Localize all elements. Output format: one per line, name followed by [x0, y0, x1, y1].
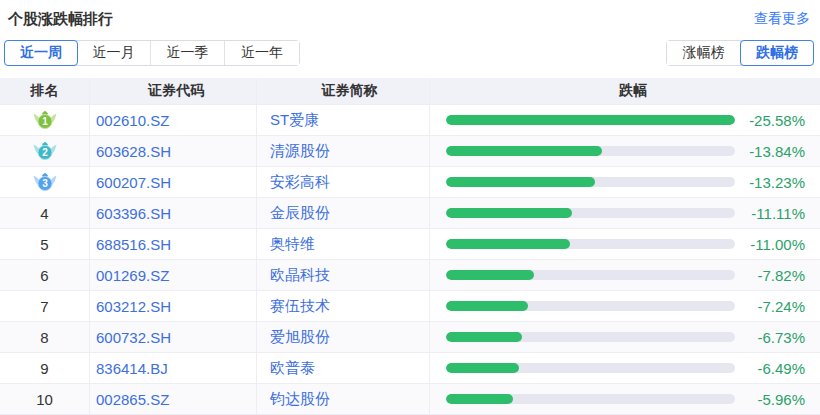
- rank-3-medal-icon: 3: [31, 172, 59, 192]
- name-cell: 金辰股份: [257, 198, 430, 228]
- change-bar-cell: -11.11%: [430, 198, 820, 228]
- stock-code-link[interactable]: 603212.SH: [96, 298, 171, 315]
- rank-cell: 10: [0, 384, 90, 414]
- name-cell: 安彩高科: [257, 167, 430, 197]
- rank-cell: 5: [0, 229, 90, 259]
- table-row: 4603396.SH金辰股份-11.11%: [0, 198, 820, 229]
- rank-2-medal-icon: 2: [31, 141, 59, 161]
- stock-code-link[interactable]: 688516.SH: [96, 236, 171, 253]
- bar-fill: [446, 115, 735, 125]
- stock-name-link[interactable]: 金辰股份: [270, 204, 330, 223]
- board-tab-losers[interactable]: 跌幅榜: [740, 40, 814, 66]
- change-percent-value: -6.49%: [735, 360, 820, 377]
- column-header-2: 证券简称: [257, 78, 430, 104]
- ranking-table: 排名证券代码证券简称跌幅 1002610.SZST爱康-25.58%260362…: [0, 78, 820, 415]
- change-bar-cell: -13.23%: [430, 167, 820, 197]
- bar-track: [446, 177, 735, 187]
- rank-number: 7: [40, 298, 48, 315]
- svg-text:1: 1: [42, 116, 48, 127]
- svg-text:2: 2: [42, 147, 48, 158]
- change-percent-value: -11.11%: [735, 205, 820, 222]
- stock-name-link[interactable]: 钧达股份: [270, 390, 330, 409]
- stock-code-link[interactable]: 001269.SZ: [96, 267, 169, 284]
- code-cell: 600732.SH: [90, 322, 257, 352]
- bar-fill: [446, 239, 570, 249]
- stock-name-link[interactable]: 爱旭股份: [270, 328, 330, 347]
- stock-name-link[interactable]: 清源股份: [270, 142, 330, 161]
- table-row: 1002610.SZST爱康-25.58%: [0, 105, 820, 136]
- change-percent-value: -7.82%: [735, 267, 820, 284]
- stock-code-link[interactable]: 600207.SH: [96, 174, 171, 191]
- rank-number: 9: [40, 360, 48, 377]
- period-tab-month[interactable]: 近一月: [77, 41, 151, 65]
- name-cell: 清源股份: [257, 136, 430, 166]
- stock-name-link[interactable]: 欧晶科技: [270, 266, 330, 285]
- period-tab-year[interactable]: 近一年: [225, 41, 299, 65]
- period-tab-group: 近一周近一月近一季近一年: [4, 40, 300, 66]
- bar-track: [446, 115, 735, 125]
- table-row: 10002865.SZ钧达股份-5.96%: [0, 384, 820, 415]
- table-row: 3600207.SH安彩高科-13.23%: [0, 167, 820, 198]
- bar-fill: [446, 146, 602, 156]
- table-row: 5688516.SH奥特维-11.00%: [0, 229, 820, 260]
- code-cell: 603212.SH: [90, 291, 257, 321]
- rank-cell: 6: [0, 260, 90, 290]
- rank-cell: 4: [0, 198, 90, 228]
- stock-code-link[interactable]: 002865.SZ: [96, 391, 169, 408]
- panel-title: 个股涨跌幅排行: [8, 10, 113, 29]
- bar-fill: [446, 363, 519, 373]
- rank-cell: 3: [0, 167, 90, 197]
- board-tab-gainers[interactable]: 涨幅榜: [667, 41, 741, 65]
- change-percent-value: -13.84%: [735, 143, 820, 160]
- table-row: 9836414.BJ欧普泰-6.49%: [0, 353, 820, 384]
- rank-cell: 9: [0, 353, 90, 383]
- column-header-3: 跌幅: [430, 78, 820, 104]
- rank-cell: 7: [0, 291, 90, 321]
- name-cell: 欧普泰: [257, 353, 430, 383]
- stock-ranking-panel: 个股涨跌幅排行 查看更多 近一周近一月近一季近一年 涨幅榜跌幅榜 排名证券代码证…: [0, 0, 820, 415]
- change-percent-value: -11.00%: [735, 236, 820, 253]
- code-cell: 600207.SH: [90, 167, 257, 197]
- stock-name-link[interactable]: 安彩高科: [270, 173, 330, 192]
- stock-name-link[interactable]: 奥特维: [270, 235, 315, 254]
- stock-code-link[interactable]: 836414.BJ: [96, 360, 168, 377]
- name-cell: 赛伍技术: [257, 291, 430, 321]
- code-cell: 603396.SH: [90, 198, 257, 228]
- code-cell: 001269.SZ: [90, 260, 257, 290]
- bar-track: [446, 301, 735, 311]
- stock-name-link[interactable]: ST爱康: [270, 111, 319, 130]
- panel-header: 个股涨跌幅排行 查看更多: [0, 0, 820, 32]
- bar-fill: [446, 270, 534, 280]
- period-tab-week[interactable]: 近一周: [4, 40, 78, 66]
- bar-track: [446, 363, 735, 373]
- bar-track: [446, 270, 735, 280]
- bar-fill: [446, 332, 522, 342]
- stock-name-link[interactable]: 赛伍技术: [270, 297, 330, 316]
- svg-text:3: 3: [42, 178, 48, 189]
- stock-code-link[interactable]: 603396.SH: [96, 205, 171, 222]
- table-row: 2603628.SH清源股份-13.84%: [0, 136, 820, 167]
- name-cell: 钧达股份: [257, 384, 430, 414]
- name-cell: ST爱康: [257, 105, 430, 135]
- change-percent-value: -6.73%: [735, 329, 820, 346]
- bar-fill: [446, 301, 528, 311]
- stock-code-link[interactable]: 603628.SH: [96, 143, 171, 160]
- period-tab-quarter[interactable]: 近一季: [151, 41, 225, 65]
- stock-name-link[interactable]: 欧普泰: [270, 359, 315, 378]
- change-percent-value: -7.24%: [735, 298, 820, 315]
- bar-fill: [446, 394, 513, 404]
- change-percent-value: -25.58%: [735, 112, 820, 129]
- table-row: 8600732.SH爱旭股份-6.73%: [0, 322, 820, 353]
- view-more-link[interactable]: 查看更多: [754, 10, 810, 28]
- change-bar-cell: -25.58%: [430, 105, 820, 135]
- rank-number: 5: [40, 236, 48, 253]
- controls-row: 近一周近一月近一季近一年 涨幅榜跌幅榜: [4, 40, 816, 66]
- rank-number: 8: [40, 329, 48, 346]
- change-bar-cell: -5.96%: [430, 384, 820, 414]
- rank-number: 6: [40, 267, 48, 284]
- stock-code-link[interactable]: 002610.SZ: [96, 112, 169, 129]
- rank-cell: 1: [0, 105, 90, 135]
- stock-code-link[interactable]: 600732.SH: [96, 329, 171, 346]
- rank-cell: 8: [0, 322, 90, 352]
- column-header-0: 排名: [0, 78, 90, 104]
